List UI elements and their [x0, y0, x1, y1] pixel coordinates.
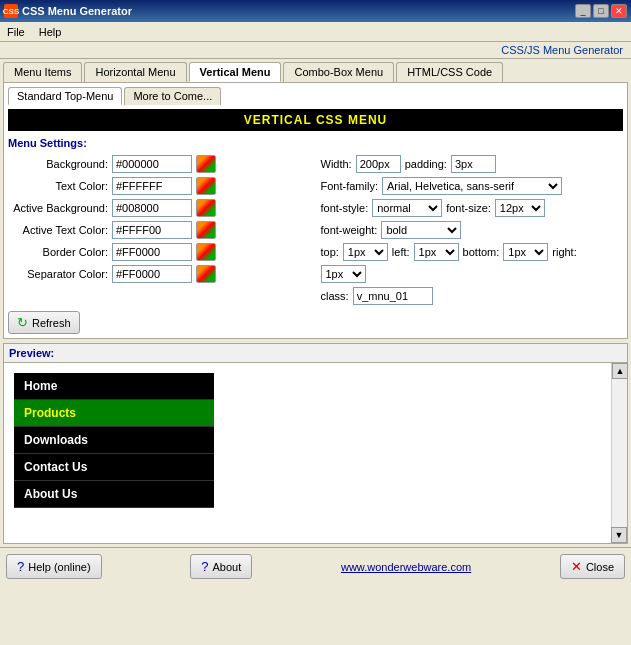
background-color-picker[interactable] [196, 155, 216, 173]
font-style-select[interactable]: normal italic oblique [372, 199, 442, 217]
padding-input[interactable] [451, 155, 496, 173]
top-label: top: [321, 246, 339, 258]
right-label: right: [552, 246, 576, 258]
font-family-row: Font-family: Arial, Helvetica, sans-seri… [321, 177, 624, 195]
scrollbar-down[interactable]: ▼ [611, 527, 627, 543]
menu-item-about[interactable]: About Us [14, 481, 214, 508]
menu-item-contact[interactable]: Contact Us [14, 454, 214, 481]
preview-section: Preview: Home Products Downloads Contact… [3, 343, 628, 544]
bottom-bar: ? Help (online) ? About www.wonderwebwar… [0, 547, 631, 585]
maximize-button[interactable]: □ [593, 4, 609, 18]
class-label: class: [321, 290, 349, 302]
font-size-label: font-size: [446, 202, 491, 214]
separator-color-label: Separator Color: [8, 268, 108, 280]
menu-item-downloads[interactable]: Downloads [14, 427, 214, 454]
separator-color-picker[interactable] [196, 265, 216, 283]
minimize-button[interactable]: _ [575, 4, 591, 18]
help-button-label: Help (online) [28, 561, 90, 573]
main-content-area: Standard Top-Menu More to Come... VERTIC… [3, 82, 628, 339]
active-text-color-picker[interactable] [196, 221, 216, 239]
text-color-picker[interactable] [196, 177, 216, 195]
font-weight-select[interactable]: bold normal bolder lighter [381, 221, 461, 239]
website-link[interactable]: www.wonderwebware.com [341, 561, 471, 573]
vertical-menu-preview: Home Products Downloads Contact Us About… [14, 373, 214, 508]
active-text-label: Active Text Color: [8, 224, 108, 236]
font-weight-label: font-weight: [321, 224, 378, 236]
settings-label: Menu Settings: [8, 137, 623, 149]
right-settings: Width: padding: Font-family: Arial, Helv… [321, 155, 624, 305]
class-input[interactable] [353, 287, 433, 305]
font-style-label: font-style: [321, 202, 369, 214]
sub-tab-standard[interactable]: Standard Top-Menu [8, 87, 122, 105]
menu-bar: File Help [0, 22, 631, 42]
tab-html-css-code[interactable]: HTML/CSS Code [396, 62, 503, 82]
border-color-picker[interactable] [196, 243, 216, 261]
active-text-input[interactable] [112, 221, 192, 239]
border-color-row: Border Color: [8, 243, 311, 261]
width-padding-row: Width: padding: [321, 155, 624, 173]
scrollbar-up[interactable]: ▲ [612, 363, 628, 379]
title-bar-left: CSS CSS Menu Generator [4, 4, 132, 18]
bottom-label: bottom: [463, 246, 500, 258]
border-color-input[interactable] [112, 243, 192, 261]
help-button[interactable]: ? Help (online) [6, 554, 102, 579]
tab-horizontal-menu[interactable]: Horizontal Menu [84, 62, 186, 82]
width-label: Width: [321, 158, 352, 170]
active-bg-color-picker[interactable] [196, 199, 216, 217]
separator-color-input[interactable] [112, 265, 192, 283]
font-family-label: Font-family: [321, 180, 378, 192]
background-row: Background: [8, 155, 311, 173]
help-menu[interactable]: Help [36, 25, 65, 39]
preview-scrollbar[interactable]: ▲ ▼ [611, 363, 627, 543]
text-color-label: Text Color: [8, 180, 108, 192]
main-tab-strip: Menu Items Horizontal Menu Vertical Menu… [0, 59, 631, 82]
font-style-size-row: font-style: normal italic oblique font-s… [321, 199, 624, 217]
close-button[interactable]: ✕ Close [560, 554, 625, 579]
font-family-select[interactable]: Arial, Helvetica, sans-serif Times New R… [382, 177, 562, 195]
tab-combobox-menu[interactable]: Combo-Box Menu [283, 62, 394, 82]
about-button-label: About [213, 561, 242, 573]
close-window-button[interactable]: ✕ [611, 4, 627, 18]
background-label: Background: [8, 158, 108, 170]
text-color-row: Text Color: [8, 177, 311, 195]
right-select[interactable]: 1px2px3px [321, 265, 366, 283]
spacing-row: top: 1px2px3px left: 1px2px3px bottom: 1… [321, 243, 624, 283]
preview-label: Preview: [4, 344, 627, 363]
background-input[interactable] [112, 155, 192, 173]
about-button[interactable]: ? About [190, 554, 252, 579]
window-title: CSS Menu Generator [22, 5, 132, 17]
width-input[interactable] [356, 155, 401, 173]
font-size-select[interactable]: 10px 11px 12px 13px 14px [495, 199, 545, 217]
active-background-row: Active Background: [8, 199, 311, 217]
sub-tab-strip: Standard Top-Menu More to Come... [8, 87, 623, 105]
sub-tab-more[interactable]: More to Come... [124, 87, 221, 105]
separator-color-row: Separator Color: [8, 265, 311, 283]
active-text-color-row: Active Text Color: [8, 221, 311, 239]
help-icon: ? [17, 559, 24, 574]
menu-item-home[interactable]: Home [14, 373, 214, 400]
branding-bar: CSS/JS Menu Generator [0, 42, 631, 59]
tab-vertical-menu[interactable]: Vertical Menu [189, 62, 282, 82]
text-color-input[interactable] [112, 177, 192, 195]
settings-grid: Background: Text Color: Active Backgroun… [8, 155, 623, 305]
left-select[interactable]: 1px2px3px [414, 243, 459, 261]
class-row: class: [321, 287, 624, 305]
bottom-select[interactable]: 1px2px3px [503, 243, 548, 261]
title-bar: CSS CSS Menu Generator _ □ ✕ [0, 0, 631, 22]
file-menu[interactable]: File [4, 25, 28, 39]
active-bg-input[interactable] [112, 199, 192, 217]
refresh-icon: ↻ [17, 315, 28, 330]
refresh-label: Refresh [32, 317, 71, 329]
app-icon: CSS [4, 4, 18, 18]
window-controls: _ □ ✕ [575, 4, 627, 18]
padding-label: padding: [405, 158, 447, 170]
close-button-label: Close [586, 561, 614, 573]
section-header: VERTICAL CSS MENU [8, 109, 623, 131]
about-icon: ? [201, 559, 208, 574]
preview-content: Home Products Downloads Contact Us About… [4, 363, 627, 543]
tab-menu-items[interactable]: Menu Items [3, 62, 82, 82]
refresh-button[interactable]: ↻ Refresh [8, 311, 80, 334]
border-color-label: Border Color: [8, 246, 108, 258]
menu-item-products[interactable]: Products [14, 400, 214, 427]
top-select[interactable]: 1px2px3px [343, 243, 388, 261]
